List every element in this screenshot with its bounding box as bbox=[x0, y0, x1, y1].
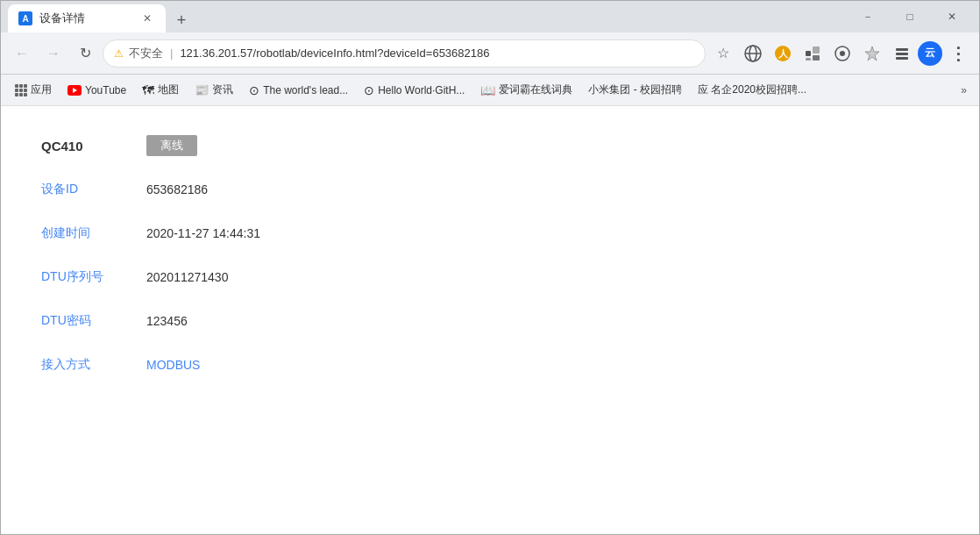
dict-icon: 📖 bbox=[480, 83, 495, 97]
access-method-label: 接入方式 bbox=[27, 343, 132, 387]
status-badge: 离线 bbox=[146, 135, 197, 156]
tab-favicon: A bbox=[18, 11, 32, 25]
bookmark-maps[interactable]: 🗺 地图 bbox=[135, 79, 186, 101]
hello-icon: ⊙ bbox=[364, 83, 374, 97]
device-id-row: 设备ID 653682186 bbox=[27, 168, 953, 211]
svg-point-10 bbox=[840, 51, 845, 56]
youtube-label: YouTube bbox=[85, 84, 126, 96]
bookmark-campus[interactable]: 应 名企2020校园招聘... bbox=[691, 79, 813, 101]
svg-text:人: 人 bbox=[778, 48, 789, 59]
bookmark-star-button[interactable]: ☆ bbox=[709, 39, 737, 68]
svg-rect-6 bbox=[813, 46, 820, 54]
device-id-label: 设备ID bbox=[27, 168, 132, 211]
window-controls: － □ ✕ bbox=[848, 3, 972, 31]
maps-icon: 🗺 bbox=[142, 83, 154, 97]
xiaomi-label: 小米集团 - 校园招聘 bbox=[588, 82, 682, 97]
tab-close-button[interactable]: ✕ bbox=[139, 11, 155, 26]
create-time-value: 2020-11-27 14:44:31 bbox=[132, 211, 953, 255]
page-content: QC410 离线 设备ID 653682186 创建时间 2020-11-27 … bbox=[1, 106, 979, 534]
bookmark-xiaomi[interactable]: 小米集团 - 校园招聘 bbox=[581, 79, 689, 101]
address-separator: | bbox=[170, 46, 173, 60]
youtube-icon bbox=[67, 85, 82, 96]
hello-label: Hello World·GitH... bbox=[378, 84, 465, 96]
extension-icon-button[interactable] bbox=[799, 39, 827, 68]
more-bookmarks-button[interactable]: » bbox=[955, 81, 972, 100]
maximize-button[interactable]: □ bbox=[890, 3, 930, 31]
dtu-serial-label: DTU序列号 bbox=[27, 255, 132, 299]
new-tab-button[interactable]: + bbox=[169, 8, 194, 32]
address-bar: ← → ↻ ⚠ 不安全 | 121.36.201.57/robotlab/dev… bbox=[1, 32, 979, 75]
github-label: The world's lead... bbox=[263, 84, 348, 96]
not-secure-label: 不安全 bbox=[129, 46, 163, 61]
forward-button[interactable]: → bbox=[39, 39, 67, 68]
apps-label: 应用 bbox=[31, 82, 52, 97]
device-name-row: QC410 离线 bbox=[27, 124, 953, 168]
security-warning-icon: ⚠ bbox=[114, 47, 124, 60]
svg-rect-13 bbox=[896, 57, 908, 60]
tab-title: 设备详情 bbox=[39, 11, 132, 26]
bookmark-news[interactable]: 📰 资讯 bbox=[188, 79, 240, 101]
bookmark-github[interactable]: ⊙ The world's lead... bbox=[242, 80, 355, 101]
svg-rect-7 bbox=[813, 55, 820, 61]
bookmark-youtube[interactable]: YouTube bbox=[60, 81, 133, 100]
device-info-table: QC410 离线 设备ID 653682186 创建时间 2020-11-27 … bbox=[27, 124, 953, 387]
svg-rect-11 bbox=[896, 48, 908, 51]
dtu-password-label: DTU密码 bbox=[27, 299, 132, 343]
svg-rect-8 bbox=[806, 58, 811, 61]
back-button[interactable]: ← bbox=[8, 39, 36, 68]
campus-label: 应 名企2020校园招聘... bbox=[698, 82, 806, 97]
access-method-value: MODBUS bbox=[132, 343, 953, 387]
tab-area: A 设备详情 ✕ + bbox=[8, 1, 848, 32]
create-time-label: 创建时间 bbox=[27, 211, 132, 255]
device-status-cell: 离线 bbox=[132, 124, 953, 168]
extension2-icon-button[interactable] bbox=[828, 39, 856, 68]
dtu-password-row: DTU密码 123456 bbox=[27, 299, 953, 343]
device-id-value: 653682186 bbox=[132, 168, 953, 211]
svg-rect-5 bbox=[806, 51, 811, 56]
create-time-row: 创建时间 2020-11-27 14:44:31 bbox=[27, 211, 953, 255]
address-input-wrap[interactable]: ⚠ 不安全 | 121.36.201.57/robotlab/deviceInf… bbox=[103, 39, 706, 68]
url-text: 121.36.201.57/robotlab/deviceInfo.html?d… bbox=[180, 46, 694, 60]
youtube-play-icon bbox=[73, 88, 77, 93]
bookmarks-bar: 应用 YouTube 🗺 地图 📰 资讯 ⊙ The world's lead.… bbox=[1, 75, 979, 106]
browser-window: A 设备详情 ✕ + － □ ✕ ← → ↻ ⚠ 不安全 | 121.36.20… bbox=[0, 0, 980, 535]
bookmark-apps[interactable]: 应用 bbox=[8, 79, 59, 101]
extension3-icon-button[interactable] bbox=[858, 39, 886, 68]
title-bar: A 设备详情 ✕ + － □ ✕ bbox=[1, 1, 979, 32]
bookmark-dict[interactable]: 📖 爱词霸在线词典 bbox=[473, 79, 579, 101]
globe-icon-button[interactable] bbox=[739, 39, 767, 68]
minimize-button[interactable]: － bbox=[848, 3, 888, 31]
dtu-password-value: 123456 bbox=[132, 299, 953, 343]
dtu-serial-value: 202011271430 bbox=[132, 255, 953, 299]
toolbar-icons: ☆ 人 bbox=[709, 39, 972, 68]
maps-label: 地图 bbox=[158, 82, 179, 97]
dict-label: 爱词霸在线词典 bbox=[499, 82, 572, 97]
news-label: 资讯 bbox=[212, 82, 233, 97]
bookmark-hello[interactable]: ⊙ Hello World·GitH... bbox=[357, 80, 472, 101]
active-tab[interactable]: A 设备详情 ✕ bbox=[8, 4, 166, 32]
refresh-button[interactable]: ↻ bbox=[71, 39, 99, 68]
more-options-button[interactable]: ⋮ bbox=[944, 39, 972, 68]
extensions-button[interactable] bbox=[888, 39, 916, 68]
apps-icon bbox=[15, 84, 27, 96]
access-method-row: 接入方式 MODBUS bbox=[27, 343, 953, 387]
github-icon: ⊙ bbox=[249, 83, 259, 97]
profile-icon-button[interactable]: 人 bbox=[769, 39, 797, 68]
svg-rect-12 bbox=[896, 53, 908, 55]
device-name-label: QC410 bbox=[27, 124, 132, 168]
dtu-serial-row: DTU序列号 202011271430 bbox=[27, 255, 953, 299]
close-button[interactable]: ✕ bbox=[932, 3, 972, 31]
news-icon: 📰 bbox=[195, 83, 209, 96]
user-profile-button[interactable]: 云 bbox=[918, 41, 942, 66]
